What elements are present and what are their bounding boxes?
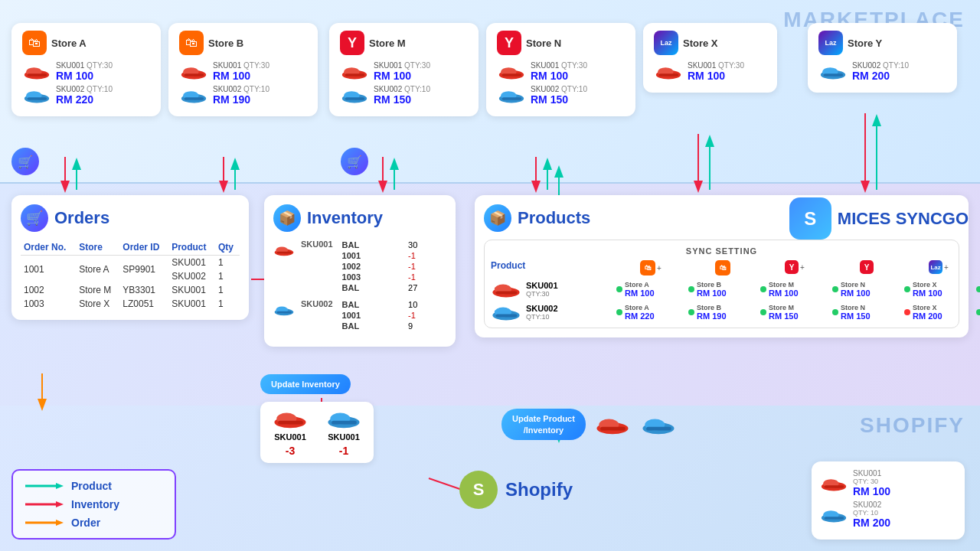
yy-col-header: Y + <box>760 260 829 276</box>
sku-row-m2: SKU002 QTY:10 RM 150 <box>340 85 468 106</box>
store-header-m: Y Store M <box>340 31 468 55</box>
yy-col2-header: Y <box>832 260 901 276</box>
dot-green <box>760 286 766 292</box>
price-yy-n-sku001: Store NRM 100 <box>832 281 901 298</box>
store-header-y: Laz Store Y <box>818 31 946 55</box>
dot-green <box>616 286 622 292</box>
price-laz-x-sku001: Store XRM 100 <box>904 281 973 298</box>
sku-row-y1: SKU002 QTY:10 RM 200 <box>818 61 946 82</box>
orders-title-text: Orders <box>54 208 109 228</box>
svg-rect-47 <box>824 73 844 77</box>
shopify-sku002: SKU002 QTY: 10 RM 200 <box>819 500 957 529</box>
product-arrow-icon <box>25 481 64 491</box>
product-cell-sku001: SKU001 QTY:30 <box>491 280 613 298</box>
price-shopee-a-sku001: Store ARM 100 <box>616 281 685 298</box>
update-product-area-bottom: Update Product/Inventory <box>501 409 678 440</box>
mices-syncgo: S MICES SYNCGO <box>789 197 969 240</box>
shopee-icon-a: 🛍 <box>22 31 47 55</box>
update-red-shoe-bottom <box>593 414 632 435</box>
svg-rect-77 <box>646 427 671 431</box>
sku-row-b2: SKU002 QTY:10 RM 190 <box>179 85 307 106</box>
update-inventory-btn[interactable]: Update Inventory <box>260 374 351 394</box>
mices-icon: S <box>789 197 831 240</box>
shopify-icon: S <box>459 471 498 509</box>
store-header-x: Laz Store X <box>654 31 766 55</box>
legend-product-label: Product <box>71 480 112 492</box>
shopify-sku002-info: SKU002 QTY: 10 RM 200 <box>853 500 957 529</box>
store-card-y: Laz Store Y SKU002 QTY:10 RM 200 <box>808 23 957 93</box>
legend-order-label: Order <box>71 517 100 529</box>
svg-marker-87 <box>56 501 64 507</box>
laz-platform-icon: Laz <box>929 260 942 274</box>
shopee-col-header: 🛍 + <box>616 260 685 276</box>
yy-icon-m: Y <box>340 31 364 55</box>
svg-rect-32 <box>345 73 365 77</box>
legend-inventory-label: Inventory <box>71 498 119 510</box>
inv-sku001-table: BAL30 1001-1 1002-1 1003-1 BAL27 <box>339 240 446 293</box>
sync-grid-header: Product 🛍 + 🛍 Y + <box>491 260 952 276</box>
svg-rect-26 <box>185 73 204 77</box>
inv-sku002-label: SKU002 <box>301 299 333 308</box>
inv-sku002-row: SKU002 BAL10 1001-1 BAL9 <box>273 299 446 331</box>
col-order-id: Order ID <box>119 240 168 256</box>
store-name-y: Store Y <box>848 37 882 49</box>
table-row: 1001 Store A SP9901 SKU001 1 <box>21 256 240 270</box>
inv-sku001-row: SKU001 BAL30 1001-1 1002-1 1003-1 BAL27 <box>273 240 446 293</box>
store-header-n: Y Store N <box>497 31 625 55</box>
store-name-m: Store M <box>369 37 406 49</box>
col-store: Store <box>76 240 119 256</box>
svg-rect-80 <box>825 485 844 488</box>
sync-setting-box: SYNC SETTING Product 🛍 + 🛍 Y + <box>484 240 959 328</box>
sku-row-x1: SKU001 QTY:30 RM 100 <box>654 61 766 82</box>
sku-row-b1: SKU001 QTY:30 RM 100 <box>179 61 307 82</box>
store-a-cart-icon: 🛒 <box>11 148 39 175</box>
price-shopee-b-sku002: Store BRM 190 <box>688 304 757 321</box>
yy-platform-icon: Y <box>785 260 799 274</box>
shopee-col2-header: 🛍 <box>688 260 757 276</box>
blue-shoe-b2 <box>179 87 208 104</box>
svg-marker-85 <box>56 483 64 489</box>
red-shoe-b1 <box>179 64 208 80</box>
sku-info-y1: SKU002 QTY:10 RM 200 <box>852 61 946 82</box>
dot-green <box>976 286 980 292</box>
col-product-header: Product <box>491 260 613 276</box>
store-header-a: 🛍 Store A <box>22 31 150 55</box>
sku-info-n2: SKU002 QTY:10 RM 150 <box>531 85 625 106</box>
table-row: 1002 Store M YB3301 SKU001 1 <box>21 283 240 297</box>
blue-shoe-m2 <box>340 87 369 104</box>
col-qty: Qty <box>215 240 240 256</box>
svg-rect-50 <box>276 252 292 254</box>
inv-sku001-label: SKU001 <box>301 240 333 249</box>
sku-info-m1: SKU001 QTY:30 RM 100 <box>374 61 468 82</box>
inv-blue-shoe <box>273 299 295 321</box>
dot-green <box>832 309 838 315</box>
product-blue-shoe <box>491 303 521 321</box>
shopify-sku001-info: SKU001 QTY: 30 RM 100 <box>853 469 957 497</box>
price-laz-y-sku002: Store YRM 200 <box>976 304 980 321</box>
shopify-product-card: SKU001 QTY: 30 RM 100 SKU002 QTY: 10 RM … <box>812 461 965 540</box>
svg-rect-62 <box>495 291 517 294</box>
sku-info-x1: SKU001 QTY:30 RM 100 <box>688 61 766 82</box>
orders-title: 🛒 Orders <box>21 204 240 232</box>
price-shopee-a-sku002: Store ARM 220 <box>616 304 685 321</box>
mices-title: MICES SYNCGO <box>838 209 969 229</box>
blue-shoe-y1 <box>818 64 848 80</box>
table-row: BAL10 <box>339 299 446 310</box>
dot-green <box>976 309 980 315</box>
inv-red-shoe <box>273 240 295 261</box>
dot-green <box>688 286 694 292</box>
red-shoe-n1 <box>497 64 526 80</box>
sku-info-a2: SKU002 QTY:10 RM 220 <box>56 85 150 106</box>
inventory-title-text: Inventory <box>307 208 383 228</box>
update-product-btn-bottom[interactable]: Update Product/Inventory <box>501 409 586 440</box>
lazada-icon-y: Laz <box>818 31 843 55</box>
inventory-icon: 📦 <box>273 204 301 232</box>
sku-row-n1: SKU001 QTY:30 RM 100 <box>497 61 625 82</box>
inv-update-blue-shoe <box>325 408 363 429</box>
sku-info-b2: SKU002 QTY:10 RM 190 <box>213 85 307 106</box>
inv-update-sku001b: SKU001 -1 <box>325 408 363 457</box>
inv-update-red-shoe <box>271 408 309 429</box>
shopify-label: SHOPIFY <box>860 413 965 438</box>
sku-info-n1: SKU001 QTY:30 RM 100 <box>531 61 625 82</box>
products-title-text: Products <box>518 208 590 228</box>
